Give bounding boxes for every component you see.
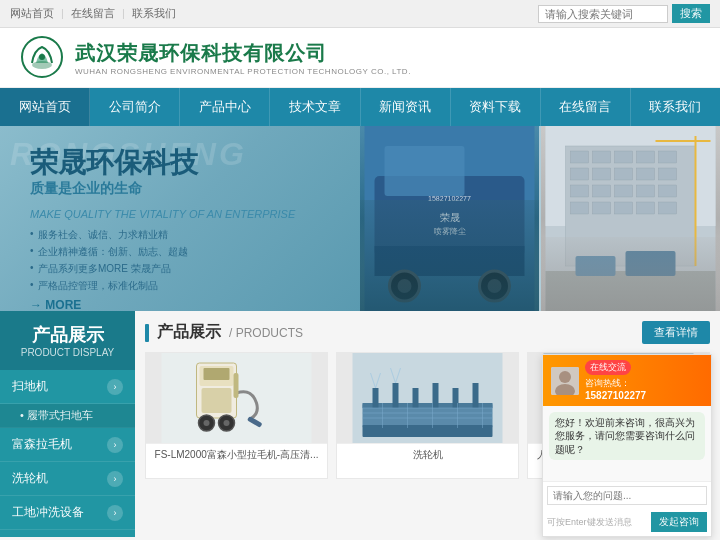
- svg-rect-60: [433, 383, 439, 408]
- svg-rect-29: [615, 185, 633, 197]
- sidebar-header-en: PRODUCT DISPLAY: [8, 347, 127, 358]
- navigation: 网站首页 公司简介 产品中心 技术文章 新闻资讯 资料下载 在线留言 联系我们: [0, 88, 720, 126]
- chat-phone: 15827102277: [585, 390, 703, 401]
- svg-rect-42: [626, 251, 676, 276]
- nav-item-news[interactable]: 新闻资讯: [361, 88, 451, 126]
- sidebar-item-fog[interactable]: 除尘喷雾机 ›: [0, 530, 135, 540]
- svg-rect-53: [234, 373, 239, 398]
- svg-rect-17: [571, 151, 589, 163]
- chat-input[interactable]: [547, 486, 707, 505]
- sidebar-sub-crawler[interactable]: 履带式扫地车: [0, 404, 135, 428]
- nav-item-home[interactable]: 网站首页: [0, 88, 90, 126]
- top-bar-link-message[interactable]: 在线留言: [71, 7, 115, 19]
- banner-content: RONGSHENG 荣晟环保科技 质量是企业的生命 MAKE QUALITY T…: [0, 126, 720, 311]
- top-bar-links: 网站首页 | 在线留言 | 联系我们: [10, 6, 176, 21]
- product-name-washer: FS-LM2000富森小型拉毛机-高压清...: [146, 443, 327, 465]
- sidebar-arrow-sweeper: ›: [107, 379, 123, 395]
- chat-input-area: 可按Enter键发送消息 发起咨询: [543, 481, 711, 536]
- svg-point-50: [204, 420, 210, 426]
- banner-subtitle: 质量是企业的生命: [30, 180, 330, 198]
- product-img-washer: [146, 353, 327, 443]
- sidebar-item-wash-equip[interactable]: 工地冲洗设备 ›: [0, 496, 135, 530]
- banner-image-truck: 荣晟 喷雾降尘 15827102277: [360, 126, 539, 311]
- nav-item-contact[interactable]: 联系我们: [631, 88, 720, 126]
- svg-rect-35: [637, 202, 655, 214]
- product-card-wheelwash[interactable]: 洗轮机: [336, 352, 519, 479]
- svg-text:喷雾降尘: 喷雾降尘: [434, 227, 466, 236]
- products-more-button[interactable]: 查看详情: [642, 321, 710, 344]
- nav-item-download[interactable]: 资料下载: [451, 88, 541, 126]
- svg-rect-25: [637, 168, 655, 180]
- svg-rect-26: [659, 168, 677, 180]
- banner-bullet-2: 企业精神遵循：创新、励志、超越: [30, 245, 330, 259]
- svg-rect-33: [593, 202, 611, 214]
- svg-rect-18: [593, 151, 611, 163]
- products-header: 产品展示 / PRODUCTS 查看详情: [145, 321, 710, 344]
- chat-messages: 您好！欢迎前来咨询，很高兴为您服务，请问您需要咨询什么问题呢？: [543, 406, 711, 481]
- svg-rect-47: [204, 368, 230, 380]
- chat-send-button[interactable]: 发起咨询: [651, 512, 707, 532]
- banner-left: RONGSHENG 荣晟环保科技 质量是企业的生命 MAKE QUALITY T…: [0, 126, 360, 311]
- svg-rect-23: [593, 168, 611, 180]
- chat-header-right: 在线交流 咨询热线： 15827102277: [585, 360, 703, 401]
- banner-subtitle-en: MAKE QUALITY THE VITALITY OF AN ENTERPRI…: [30, 208, 330, 220]
- products-title-cn: 产品展示: [157, 322, 221, 343]
- svg-rect-36: [659, 202, 677, 214]
- svg-rect-41: [576, 256, 616, 276]
- banner: RONGSHENG 荣晟环保科技 质量是企业的生命 MAKE QUALITY T…: [0, 126, 720, 311]
- sidebar-item-sweeper[interactable]: 扫地机 ›: [0, 370, 135, 404]
- product-name-wheelwash: 洗轮机: [337, 443, 518, 465]
- top-bar-link-contact[interactable]: 联系我们: [132, 7, 176, 19]
- svg-rect-22: [571, 168, 589, 180]
- top-bar-link-home[interactable]: 网站首页: [10, 7, 54, 19]
- sidebar-header-cn: 产品展示: [8, 323, 127, 347]
- banner-title: 荣晟环保科技 质量是企业的生命 MAKE QUALITY THE VITALIT…: [30, 146, 330, 311]
- logo-text: 武汉荣晟环保科技有限公司 WUHAN RONGSHENG ENVIRONMENT…: [75, 40, 411, 76]
- nav-item-message[interactable]: 在线留言: [541, 88, 631, 126]
- logo-icon: [20, 35, 65, 80]
- svg-rect-27: [571, 185, 589, 197]
- banner-images: 荣晟 喷雾降尘 15827102277: [360, 126, 720, 311]
- logo-en: WUHAN RONGSHENG ENVIRONMENTAL PROTECTION…: [75, 67, 411, 76]
- nav-item-products[interactable]: 产品中心: [180, 88, 270, 126]
- svg-point-10: [488, 279, 502, 293]
- products-title-bar: [145, 324, 149, 342]
- banner-bullet-1: 服务社会、诚信、力求精业精: [30, 228, 330, 242]
- svg-rect-67: [363, 425, 493, 437]
- top-bar-search: 搜索: [538, 4, 710, 23]
- chat-header: 在线交流 咨询热线： 15827102277: [543, 355, 711, 406]
- svg-rect-5: [385, 146, 465, 196]
- svg-rect-58: [393, 383, 399, 408]
- sidebar-arrow-fosen: ›: [107, 437, 123, 453]
- products-section-wrapper: 产品展示 PRODUCT DISPLAY 扫地机 › 履带式扫地车 富森拉毛机 …: [0, 311, 720, 537]
- svg-rect-6: [375, 246, 525, 276]
- sidebar-item-fosen[interactable]: 富森拉毛机 ›: [0, 428, 135, 462]
- banner-more-link[interactable]: → MORE: [30, 298, 330, 311]
- svg-point-8: [480, 271, 510, 301]
- chat-hint: 可按Enter键发送消息: [547, 516, 632, 529]
- svg-point-9: [398, 279, 412, 293]
- chat-bubble-greeting: 您好！欢迎前来咨询，很高兴为您服务，请问您需要咨询什么问题呢？: [549, 412, 705, 460]
- svg-point-2: [39, 54, 45, 60]
- banner-bullet-4: 严格品控管理，标准化制品: [30, 279, 330, 293]
- svg-point-7: [390, 271, 420, 301]
- product-img-wheelwash: [337, 353, 518, 443]
- search-button[interactable]: 搜索: [672, 4, 710, 23]
- search-input[interactable]: [538, 5, 668, 23]
- chat-widget: 在线交流 咨询热线： 15827102277 您好！欢迎前来咨询，很高兴为您服务…: [542, 354, 712, 537]
- svg-rect-21: [659, 151, 677, 163]
- products-title-en: / PRODUCTS: [229, 326, 303, 340]
- svg-rect-46: [202, 388, 232, 413]
- logo-area: 武汉荣晟环保科技有限公司 WUHAN RONGSHENG ENVIRONMENT…: [20, 35, 411, 80]
- nav-item-about[interactable]: 公司简介: [90, 88, 180, 126]
- banner-title-cn: 荣晟环保科技: [30, 146, 330, 180]
- top-bar: 网站首页 | 在线留言 | 联系我们 搜索: [0, 0, 720, 28]
- sidebar-item-wheel-wash[interactable]: 洗轮机 ›: [0, 462, 135, 496]
- nav-item-tech[interactable]: 技术文章: [270, 88, 360, 126]
- sidebar-arrow-wheel-wash: ›: [107, 471, 123, 487]
- product-card-washer[interactable]: FS-LM2000富森小型拉毛机-高压清...: [145, 352, 328, 479]
- banner-bullet-3: 产品系列更多MORE 荣晟产品: [30, 262, 330, 276]
- products-title: 产品展示 / PRODUCTS: [145, 322, 303, 343]
- chat-avatar: [551, 367, 579, 395]
- svg-rect-19: [615, 151, 633, 163]
